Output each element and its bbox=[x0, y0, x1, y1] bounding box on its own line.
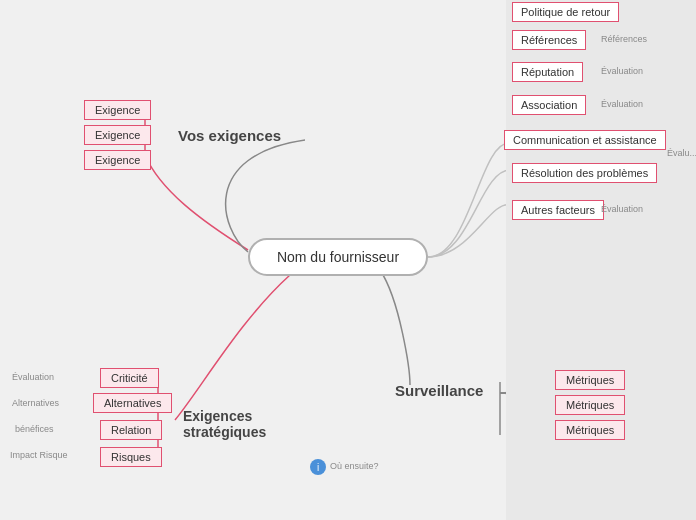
criticite-box[interactable]: Criticité bbox=[100, 368, 159, 388]
metric-box-2[interactable]: Métriques bbox=[555, 395, 625, 415]
small-label-evaluation-1: Évaluation bbox=[601, 66, 643, 76]
exigence-box-2[interactable]: Exigence bbox=[84, 125, 151, 145]
alternatives-box[interactable]: Alternatives bbox=[93, 393, 172, 413]
small-label-evaluation-bl: Évaluation bbox=[12, 372, 54, 382]
mind-map-canvas: Nom du fournisseur Vos exigences Exigenc… bbox=[0, 0, 696, 520]
association-box[interactable]: Association bbox=[512, 95, 586, 115]
section-exigences-strategiques: Exigences stratégiques bbox=[183, 408, 266, 440]
info-button[interactable]: i bbox=[310, 459, 326, 475]
autres-box[interactable]: Autres facteurs bbox=[512, 200, 604, 220]
small-label-alternatives-bl: Alternatives bbox=[12, 398, 59, 408]
risques-box[interactable]: Risques bbox=[100, 447, 162, 467]
small-label-benefices-bl: bénéfices bbox=[15, 424, 54, 434]
central-node[interactable]: Nom du fournisseur bbox=[248, 238, 428, 276]
reputation-box[interactable]: Réputation bbox=[512, 62, 583, 82]
exigence-box-3[interactable]: Exigence bbox=[84, 150, 151, 170]
exigence-box-1[interactable]: Exigence bbox=[84, 100, 151, 120]
section-surveillance: Surveillance bbox=[395, 382, 483, 399]
small-label-evaluation-4: Évaluation bbox=[601, 204, 643, 214]
small-label-impact-bl: Impact Risque bbox=[10, 450, 68, 460]
metric-box-3[interactable]: Métriques bbox=[555, 420, 625, 440]
section-vos-exigences: Vos exigences bbox=[178, 127, 281, 144]
relation-box[interactable]: Relation bbox=[100, 420, 162, 440]
communication-box[interactable]: Communication et assistance bbox=[504, 130, 666, 150]
small-label-evaluation-2: Évaluation bbox=[601, 99, 643, 109]
small-label-references: Références bbox=[601, 34, 647, 44]
politique-box[interactable]: Politique de retour bbox=[512, 2, 619, 22]
small-label-evaluation-3: Évalu... bbox=[667, 148, 696, 158]
references-box[interactable]: Références bbox=[512, 30, 586, 50]
resolution-box[interactable]: Résolution des problèmes bbox=[512, 163, 657, 183]
metric-box-1[interactable]: Métriques bbox=[555, 370, 625, 390]
info-tooltip: Où ensuite? bbox=[330, 461, 379, 471]
